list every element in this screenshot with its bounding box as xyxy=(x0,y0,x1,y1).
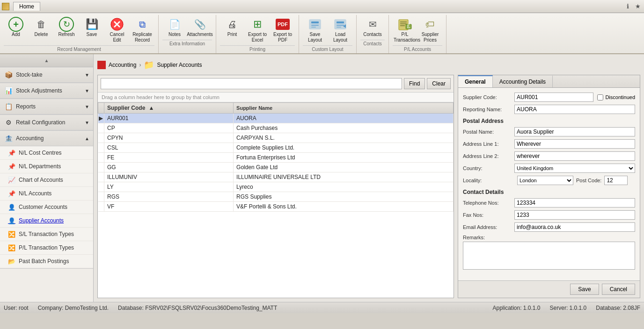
cancel-edit-button[interactable]: Cancel Edit xyxy=(105,15,129,44)
fax-field[interactable] xyxy=(514,210,635,220)
sidebar-collapse-btn[interactable]: ▲ xyxy=(0,54,93,67)
supplier-name-header[interactable]: Supplier Name xyxy=(234,103,454,114)
svg-rect-6 xyxy=(311,27,316,28)
supplier-code-cell: VF xyxy=(104,202,234,212)
status-user: User: root xyxy=(4,305,29,311)
sidebar-item-chart-of-accounts[interactable]: 📈 Chart of Accounts xyxy=(0,173,93,187)
tab-general[interactable]: General xyxy=(458,75,493,87)
reporting-name-field[interactable] xyxy=(514,105,635,114)
email-field[interactable] xyxy=(514,222,635,232)
contacts-button[interactable]: ✉ Contacts xyxy=(360,15,385,39)
content-area: Accounting › 📁 Supplier Accounts Find Cl… xyxy=(94,54,644,302)
row-indicator xyxy=(98,192,104,202)
tab-accounting-details[interactable]: Accounting Details xyxy=(493,75,553,87)
supplier-prices-button[interactable]: 🏷 Supplier Prices xyxy=(418,15,442,44)
table-row[interactable]: ▶AUR001AUORA xyxy=(98,114,454,123)
discontinued-checkbox[interactable] xyxy=(597,94,603,100)
sidebar-section-title-reports[interactable]: 📋 Reports ▼ xyxy=(0,99,93,114)
address-line1-field[interactable] xyxy=(514,139,635,149)
sidebar-item-nl-cost-centres[interactable]: 📌 N/L Cost Centres xyxy=(0,146,93,160)
postal-name-field[interactable] xyxy=(514,127,635,136)
sidebar-item-past-batch-postings[interactable]: 📂 Past Batch Postings xyxy=(0,255,93,268)
replicate-record-button[interactable]: ⧉ Replicate Record xyxy=(130,15,154,44)
stock-adjustments-icon: 📊 xyxy=(4,86,13,95)
svg-rect-13 xyxy=(400,21,407,22)
supplier-accounts-label: Supplier Accounts xyxy=(19,217,64,224)
print-button[interactable]: 🖨 Print xyxy=(220,15,244,39)
supplier-name-cell: Cash Purchases xyxy=(234,123,454,133)
table-row[interactable]: ILLUMUNIVILLUMINAIRE UNIVERSALE LTD xyxy=(98,172,454,182)
postal-name-label: Postal Name: xyxy=(463,129,514,135)
postcode-field[interactable] xyxy=(604,176,628,185)
ribbon-group-record-management: + Add 🗑 Delete ↻ Refresh xyxy=(0,15,159,53)
table-row[interactable]: VFV&F Portelli & Sons Ltd. xyxy=(98,202,454,212)
save-layout-button[interactable]: Save Layout xyxy=(303,15,327,44)
svg-rect-14 xyxy=(400,23,407,24)
supplier-code-header[interactable]: Supplier Code ▲ xyxy=(104,103,234,114)
breadcrumb: Accounting › 📁 Supplier Accounts xyxy=(97,58,640,72)
sidebar-item-supplier-accounts[interactable]: 👤 Supplier Accounts xyxy=(0,214,93,228)
svg-rect-5 xyxy=(311,25,319,26)
info-icon[interactable]: ℹ xyxy=(623,2,632,11)
export-pdf-icon: PDF xyxy=(276,19,290,30)
sidebar-item-sl-transaction-types[interactable]: 🔀 S/L Transaction Types xyxy=(0,228,93,241)
sidebar-item-nl-accounts[interactable]: 📌 N/L Accounts xyxy=(0,187,93,200)
sidebar-item-customer-accounts[interactable]: 👤 Customer Accounts xyxy=(0,200,93,214)
save-button[interactable]: 💾 Save xyxy=(80,15,104,39)
attachments-button[interactable]: 📎 Attachments xyxy=(188,15,212,39)
svg-rect-8 xyxy=(337,21,344,23)
reporting-name-row: Reporting Name: xyxy=(463,105,635,114)
export-excel-label: Export to Excel xyxy=(246,32,269,43)
remarks-field[interactable] xyxy=(463,242,635,270)
table-row[interactable]: CSLComplete Supplies Ltd. xyxy=(98,143,454,153)
replicate-icon: ⧉ xyxy=(135,17,150,32)
country-select[interactable]: United Kingdom United States France Germ… xyxy=(514,164,635,173)
reports-icon: 📋 xyxy=(4,102,13,111)
notes-button[interactable]: 📄 Notes xyxy=(162,15,187,39)
supplier-code-cell: LY xyxy=(104,182,234,192)
address-line2-field[interactable] xyxy=(514,151,635,161)
table-row[interactable]: CPYNCARPYAN S.L. xyxy=(98,133,454,143)
supplier-code-field[interactable] xyxy=(514,93,593,102)
star-icon[interactable]: ★ xyxy=(634,2,642,11)
stock-adjustments-chevron: ▼ xyxy=(85,88,89,93)
telephone-field[interactable] xyxy=(514,198,635,207)
add-button[interactable]: + Add xyxy=(4,15,28,39)
accounting-chevron: ▲ xyxy=(85,136,89,141)
sidebar-section-title-stocktake[interactable]: 📦 Stock-take ▼ xyxy=(0,67,93,83)
find-button[interactable]: Find xyxy=(404,78,425,89)
clear-button[interactable]: Clear xyxy=(427,78,451,89)
export-pdf-button[interactable]: PDF Export to PDF xyxy=(271,15,295,44)
home-tab[interactable]: Home xyxy=(13,2,40,11)
load-layout-button[interactable]: Load Layout xyxy=(328,15,352,44)
sidebar-section-title-retail-config[interactable]: ⚙ Retail Configuration ▼ xyxy=(0,115,93,130)
table-row[interactable]: GGGolden Gate Ltd xyxy=(98,163,454,172)
sidebar-item-nl-departments[interactable]: 📌 N/L Departments xyxy=(0,160,93,173)
table-row[interactable]: CPCash Purchases xyxy=(98,123,454,133)
remarks-label: Remarks: xyxy=(463,235,514,240)
search-input[interactable] xyxy=(101,78,402,89)
locality-select[interactable]: London Manchester Birmingham xyxy=(517,176,573,185)
sidebar-section-title-stock-adjustments[interactable]: 📊 Stock Adjustments ▼ xyxy=(0,83,93,99)
table-row[interactable]: LYLyreco xyxy=(98,182,454,192)
sidebar-section-title-accounting[interactable]: 🏦 Accounting ▲ xyxy=(0,131,93,146)
table-row[interactable]: FEFortuna Enterprises Ltd xyxy=(98,153,454,163)
table-row[interactable]: RGSRGS Supplies xyxy=(98,192,454,202)
extra-info-label: Extra Information xyxy=(162,40,212,48)
email-label: Email Address: xyxy=(463,224,514,230)
sidebar-item-pl-transaction-types[interactable]: 🔀 P/L Transaction Types xyxy=(0,241,93,255)
delete-button[interactable]: 🗑 Delete xyxy=(29,15,53,39)
save-label: Save xyxy=(87,32,97,37)
detail-save-button[interactable]: Save xyxy=(570,284,599,295)
detail-cancel-button[interactable]: Cancel xyxy=(602,284,635,295)
sidebar-section-accounting: 🏦 Accounting ▲ 📌 N/L Cost Centres 📌 N/L … xyxy=(0,131,93,269)
address-line2-label: Address Line 2: xyxy=(463,153,514,159)
supplier-name-cell: CARPYAN S.L. xyxy=(234,133,454,143)
refresh-button[interactable]: ↻ Refresh xyxy=(54,15,79,39)
breadcrumb-current: Supplier Accounts xyxy=(157,62,202,68)
pl-transactions-button[interactable]: £ P/L Transactions xyxy=(393,15,417,44)
title-bar: Home ℹ ★ xyxy=(0,0,644,13)
postcode-label: Post Code: xyxy=(576,178,601,183)
export-excel-button[interactable]: ⊞ Export to Excel xyxy=(245,15,270,44)
row-indicator xyxy=(98,182,104,192)
